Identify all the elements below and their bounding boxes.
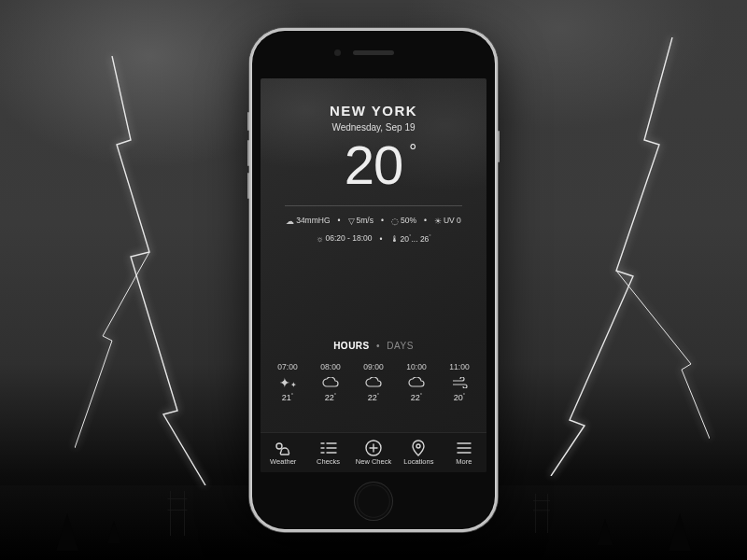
cloud-icon [352,375,395,390]
bottom-tab-bar: WeatherChecksNew CheckLocationsMore [261,432,486,472]
phone-speaker [353,50,394,55]
weather-icon [261,440,305,455]
divider [285,205,462,206]
tab-locations[interactable]: Locations [396,440,441,466]
svg-point-2 [416,444,420,448]
phone-device-frame: NEW YORK Wednesday, Sep 19 20° ☁34mmHG •… [249,28,498,532]
lightning-bolt [542,37,710,476]
hour-time: 09:00 [352,362,395,371]
tab-label: Checks [305,457,350,466]
more-icon [442,440,486,455]
tab-label: Weather [261,457,305,466]
sunrise-icon: ☼ [316,234,323,244]
volume-down-button [247,173,249,199]
tab-weather[interactable]: Weather [261,440,305,466]
mute-switch [247,112,249,131]
pylon-silhouette [535,494,548,533]
droplet-icon: ◌ [391,217,399,226]
hour-cell[interactable]: 09:0022° [352,362,395,402]
hour-temp: 20° [438,392,481,402]
hour-cell[interactable]: 10:0022° [395,362,438,402]
tab-label: Locations [396,457,441,466]
hour-temp: 21° [266,392,309,402]
hourly-forecast[interactable]: 07:00✦✦21°08:0022°09:0022°10:0022°11:002… [264,362,483,402]
temp-range-stat: 🌡20°... 26° [390,233,431,245]
app-screen: NEW YORK Wednesday, Sep 19 20° ☁34mmHG •… [261,78,486,472]
pin-icon [396,440,441,455]
hour-temp: 22° [352,392,395,402]
forecast-toggle: HOURS • DAYS [261,341,486,351]
sun-icon: ☀ [434,217,442,226]
volume-up-button [247,140,249,166]
tree-silhouette [598,519,613,545]
hour-temp: 22° [395,392,438,402]
phone-camera [334,49,341,56]
hour-time: 11:00 [438,362,481,371]
cloud-icon: ☁ [286,217,294,226]
hour-time: 10:00 [395,362,438,371]
tab-label: New Check [351,457,396,466]
wind-stat: ▽5m/s [348,216,374,226]
wind-icon: ▽ [348,217,355,226]
degree-symbol: ° [409,142,416,161]
home-button[interactable] [354,482,393,521]
hour-time: 08:00 [309,362,352,371]
pylon-silhouette [170,491,185,536]
tab-new-check[interactable]: New Check [351,440,396,466]
thermometer-icon: 🌡 [390,234,399,244]
stars-icon: ✦✦ [266,375,309,390]
svg-point-0 [276,443,282,449]
wind-icon [438,375,481,390]
weather-stats-row-2: ☼06:20 - 18:00 • 🌡20°... 26° [261,233,486,245]
tab-more[interactable]: More [442,440,486,466]
toggle-separator: • [376,341,380,351]
hour-cell[interactable]: 08:0022° [309,362,352,402]
lightning-bolt [75,56,224,485]
tab-checks[interactable]: Checks [305,440,350,466]
tab-label: More [442,457,486,466]
tree-silhouette [669,513,691,551]
uv-stat: ☀UV 0 [434,216,461,226]
hour-temp: 22° [309,392,352,402]
checks-icon [305,440,350,455]
cloud-icon [395,375,438,390]
hour-cell[interactable]: 11:0020° [438,362,481,402]
tab-days[interactable]: DAYS [387,341,414,351]
city-name: NEW YORK [261,103,486,119]
plus-icon [351,440,396,455]
pressure-stat: ☁34mmHG [286,216,330,226]
power-button [498,131,500,162]
tab-hours[interactable]: HOURS [333,341,370,351]
humidity-stat: ◌50% [391,216,416,226]
tree-silhouette [56,513,78,551]
cloud-icon [309,375,352,390]
temperature-value: 20 [345,134,403,195]
hour-time: 07:00 [266,362,309,371]
current-temperature: 20° [345,138,403,192]
current-date: Wednesday, Sep 19 [261,122,486,133]
tree-silhouette [107,521,120,543]
weather-stats-row-1: ☁34mmHG • ▽5m/s • ◌50% • ☀UV 0 [261,216,486,226]
daylight-stat: ☼06:20 - 18:00 [316,233,372,244]
hour-cell[interactable]: 07:00✦✦21° [266,362,309,402]
